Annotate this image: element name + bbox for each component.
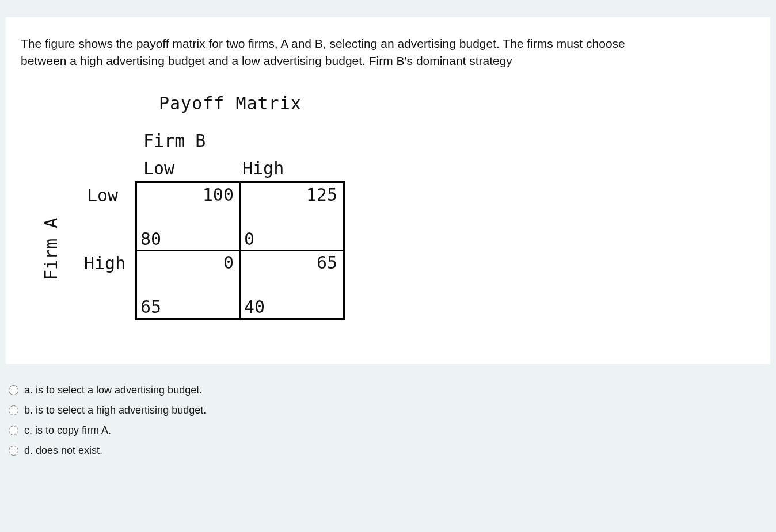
payoff-b: 0 xyxy=(223,252,234,273)
question-text: The figure shows the payoff matrix for t… xyxy=(21,35,654,70)
payoff-matrix: Payoff Matrix Firm B Low High Firm A Low… xyxy=(38,93,755,349)
column-player-label: Firm B xyxy=(143,131,206,151)
col-header-low: Low xyxy=(143,158,174,178)
cell-low-high: 125 0 xyxy=(240,183,344,251)
option-a-radio[interactable] xyxy=(9,385,18,395)
payoff-a: 40 xyxy=(244,297,265,317)
option-a-label: a. is to select a low advertising budget… xyxy=(24,384,202,396)
payoff-a: 65 xyxy=(140,297,161,317)
cell-high-high: 65 40 xyxy=(240,251,344,319)
option-c[interactable]: c. is to copy firm A. xyxy=(9,424,767,437)
option-b-label: b. is to select a high advertising budge… xyxy=(24,404,206,416)
payoff-b: 100 xyxy=(203,185,234,205)
option-c-radio[interactable] xyxy=(9,426,18,435)
cell-low-low: 100 80 xyxy=(136,183,240,251)
option-d[interactable]: d. does not exist. xyxy=(9,445,767,457)
option-c-label: c. is to copy firm A. xyxy=(24,424,111,437)
option-d-radio[interactable] xyxy=(9,446,18,456)
payoff-a: 0 xyxy=(244,229,254,249)
row-player-label: Firm A xyxy=(41,218,61,280)
matrix-title: Payoff Matrix xyxy=(159,93,755,113)
cell-high-low: 0 65 xyxy=(136,251,240,319)
option-b[interactable]: b. is to select a high advertising budge… xyxy=(9,404,767,416)
payoff-a: 80 xyxy=(140,229,161,249)
payoff-b: 65 xyxy=(317,252,337,273)
row-header-low: Low xyxy=(87,185,118,205)
row-header-high: High xyxy=(84,253,125,273)
option-b-radio[interactable] xyxy=(9,405,18,415)
col-header-high: High xyxy=(242,158,284,178)
matrix-grid: 100 80 125 0 0 65 65 40 xyxy=(135,181,345,320)
option-d-label: d. does not exist. xyxy=(24,445,102,457)
question-card: The figure shows the payoff matrix for t… xyxy=(6,17,770,364)
option-a[interactable]: a. is to select a low advertising budget… xyxy=(9,384,767,396)
answer-options: a. is to select a low advertising budget… xyxy=(6,384,770,457)
payoff-b: 125 xyxy=(306,185,337,205)
